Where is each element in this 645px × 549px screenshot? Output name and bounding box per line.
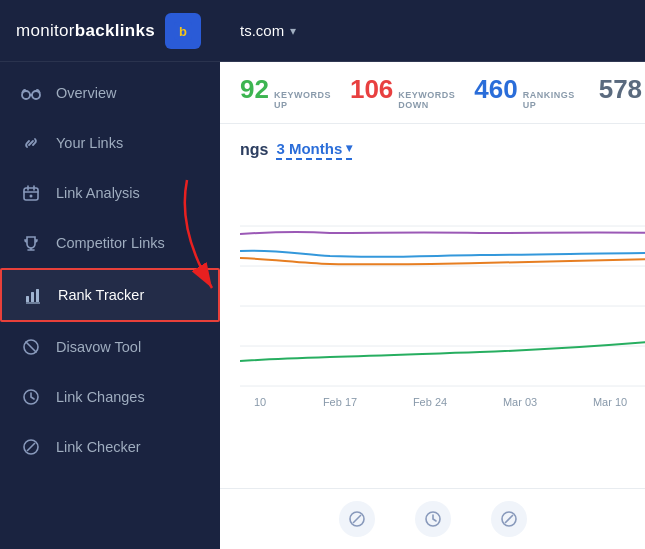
main-content: ts.com ▾ 92 KEYWORDS UP 106 KEYWORDS DOW… bbox=[220, 0, 645, 549]
slash-icon bbox=[20, 436, 42, 458]
chart-bar-icon bbox=[22, 284, 44, 306]
sidebar-item-rank-tracker[interactable]: Rank Tracker bbox=[0, 268, 220, 322]
sidebar-item-link-analysis[interactable]: Link Analysis bbox=[0, 168, 220, 218]
svg-point-5 bbox=[30, 195, 33, 198]
stat-rankings-up: 460 RANKINGS UP bbox=[474, 74, 570, 111]
stat-number-keywords-down: 106 bbox=[350, 74, 393, 105]
sidebar-item-label-your-links: Your Links bbox=[56, 135, 123, 151]
sidebar-nav: Overview Your Links Link A bbox=[0, 62, 220, 472]
sidebar: monitorbacklinks b Overview bbox=[0, 0, 220, 549]
sidebar-item-disavow-tool[interactable]: Disavow Tool bbox=[0, 322, 220, 372]
svg-line-15 bbox=[27, 443, 35, 451]
sidebar-item-link-changes[interactable]: Link Changes bbox=[0, 372, 220, 422]
stat-label-keywords-up: KEYWORDS UP bbox=[274, 91, 322, 111]
svg-text:Feb 24: Feb 24 bbox=[413, 396, 447, 408]
bottom-icon-1[interactable] bbox=[339, 501, 375, 537]
period-selector[interactable]: 3 Months ▾ bbox=[276, 140, 352, 160]
stat-keywords-down: 106 KEYWORDS DOWN bbox=[350, 74, 446, 111]
stat-label-keywords-down: KEYWORDS DOWN bbox=[398, 91, 446, 111]
sidebar-item-your-links[interactable]: Your Links bbox=[0, 118, 220, 168]
bottom-icon-3[interactable] bbox=[491, 501, 527, 537]
chart-header: ngs 3 Months ▾ bbox=[240, 140, 625, 160]
stat-keywords-up: 92 KEYWORDS UP bbox=[240, 74, 322, 111]
svg-text:Mar 03: Mar 03 bbox=[503, 396, 537, 408]
glasses-icon bbox=[20, 82, 42, 104]
logo-area: monitorbacklinks b bbox=[0, 0, 220, 62]
svg-text:10: 10 bbox=[254, 396, 266, 408]
topbar: ts.com ▾ bbox=[220, 0, 645, 62]
period-chevron: ▾ bbox=[346, 141, 352, 155]
stat-number-keywords-up: 92 bbox=[240, 74, 269, 105]
trophy-icon bbox=[20, 232, 42, 254]
stat-number-rankings-down: 578 bbox=[599, 74, 642, 105]
svg-rect-8 bbox=[36, 289, 39, 302]
sidebar-item-label-overview: Overview bbox=[56, 85, 116, 101]
svg-text:b: b bbox=[179, 24, 187, 39]
svg-point-2 bbox=[22, 91, 30, 99]
svg-line-27 bbox=[353, 515, 361, 523]
stat-number-rankings-up: 460 bbox=[474, 74, 517, 105]
svg-line-12 bbox=[26, 342, 37, 353]
domain-label: ts.com bbox=[240, 22, 284, 39]
sidebar-item-competitor-links[interactable]: Competitor Links bbox=[0, 218, 220, 268]
svg-rect-4 bbox=[24, 188, 38, 200]
stats-bar: 92 KEYWORDS UP 106 KEYWORDS DOWN 460 RAN… bbox=[220, 62, 645, 124]
domain-selector[interactable]: ts.com ▾ bbox=[240, 22, 296, 39]
bottom-icon-2[interactable] bbox=[415, 501, 451, 537]
domain-chevron: ▾ bbox=[290, 24, 296, 38]
svg-text:Mar 10: Mar 10 bbox=[593, 396, 627, 408]
logo-icon: b bbox=[165, 13, 201, 49]
sidebar-item-label-disavow-tool: Disavow Tool bbox=[56, 339, 141, 355]
logo-text: monitorbacklinks bbox=[16, 21, 155, 41]
svg-text:Feb 17: Feb 17 bbox=[323, 396, 357, 408]
chart-title-partial: ngs bbox=[240, 141, 268, 159]
sidebar-item-label-link-analysis: Link Analysis bbox=[56, 185, 140, 201]
svg-rect-7 bbox=[31, 292, 34, 302]
clock-icon bbox=[20, 386, 42, 408]
stat-rankings-down: 578 RANKINGS DO... bbox=[599, 74, 645, 111]
stat-label-rankings-up: RANKINGS UP bbox=[523, 91, 571, 111]
sidebar-item-link-checker[interactable]: Link Checker bbox=[0, 422, 220, 472]
period-label: 3 Months bbox=[276, 140, 342, 157]
link-icon bbox=[20, 132, 42, 154]
logo-light: monitor bbox=[16, 21, 75, 40]
chart-wrapper: 10 Feb 17 Feb 24 Mar 03 Mar 10 bbox=[240, 176, 625, 420]
svg-line-30 bbox=[505, 515, 513, 523]
sidebar-item-label-link-changes: Link Changes bbox=[56, 389, 145, 405]
sidebar-item-label-link-checker: Link Checker bbox=[56, 439, 141, 455]
sidebar-item-overview[interactable]: Overview bbox=[0, 68, 220, 118]
chart-svg: 10 Feb 17 Feb 24 Mar 03 Mar 10 bbox=[240, 176, 645, 416]
svg-rect-6 bbox=[26, 296, 29, 302]
bottom-icons-row bbox=[220, 488, 645, 549]
ban-icon bbox=[20, 336, 42, 358]
svg-point-3 bbox=[32, 91, 40, 99]
calendar-link-icon bbox=[20, 182, 42, 204]
sidebar-item-label-rank-tracker: Rank Tracker bbox=[58, 287, 144, 303]
logo-bold: backlinks bbox=[75, 21, 155, 40]
sidebar-item-label-competitor-links: Competitor Links bbox=[56, 235, 165, 251]
chart-area: ngs 3 Months ▾ bbox=[220, 124, 645, 488]
